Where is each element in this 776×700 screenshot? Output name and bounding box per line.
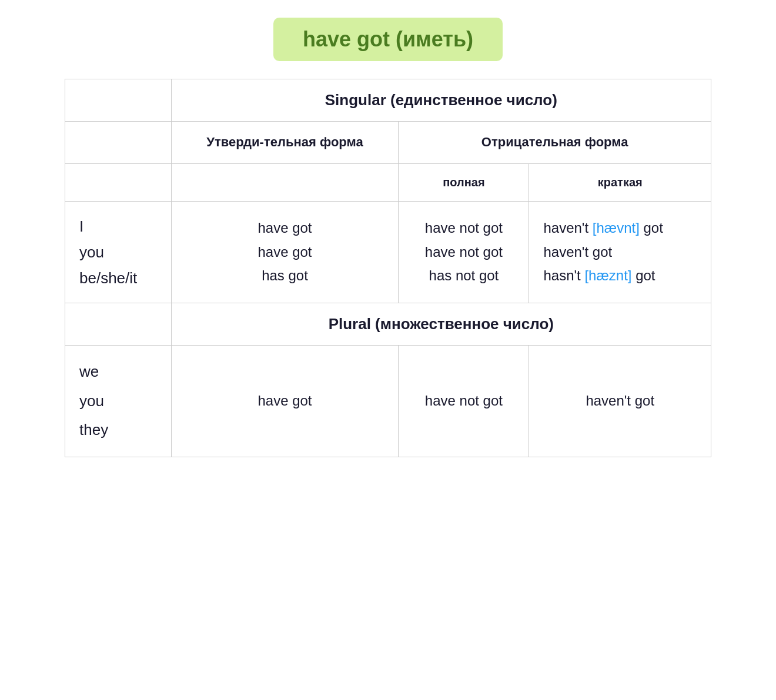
empty-plural-corner <box>65 303 172 346</box>
empty-corner-cell <box>65 79 172 122</box>
negative-header: Отрицательная форма <box>399 122 711 164</box>
singular-negative-short: haven't [hævnt] got haven't got hasn't [… <box>529 201 711 303</box>
empty-pronoun-header <box>65 122 172 164</box>
page-container: have got (иметь) Singular (единственное … <box>65 18 711 457</box>
short-form-header: краткая <box>529 163 711 201</box>
singular-affirm: have gothave gothas got <box>171 201 399 303</box>
singular-data-row: Iyoube/she/it have gothave gothas got ha… <box>65 201 711 303</box>
phonetic-haeznt: [hæznt] <box>584 267 631 283</box>
plural-affirm: have got <box>171 346 399 457</box>
singular-header: Singular (единственное число) <box>171 79 711 122</box>
plural-header: Plural (множественное число) <box>171 303 711 346</box>
plural-pronouns: weyouthey <box>65 346 172 457</box>
full-form-header: полная <box>399 163 529 201</box>
plural-negative-full: have not got <box>399 346 529 457</box>
grammar-table: Singular (единственное число) Утверди-те… <box>65 79 711 457</box>
plural-data-row: weyouthey have got have not got haven't … <box>65 346 711 457</box>
plural-negative-short: haven't got <box>529 346 711 457</box>
title-container: have got (иметь) <box>65 18 711 61</box>
singular-pronouns: Iyoube/she/it <box>65 201 172 303</box>
sub-header-row: полная краткая <box>65 163 711 201</box>
empty-sub-header <box>65 163 172 201</box>
phonetic-haevnt: [hævnt] <box>593 220 640 236</box>
empty-affirm-sub <box>171 163 399 201</box>
singular-negative-full: have not gothave not gothas not got <box>399 201 529 303</box>
title-badge: have got (иметь) <box>273 18 503 61</box>
plural-header-row: Plural (множественное число) <box>65 303 711 346</box>
singular-header-row: Singular (единственное число) <box>65 79 711 122</box>
affirm-header: Утверди-тельная форма <box>171 122 399 164</box>
column-header-row: Утверди-тельная форма Отрицательная форм… <box>65 122 711 164</box>
